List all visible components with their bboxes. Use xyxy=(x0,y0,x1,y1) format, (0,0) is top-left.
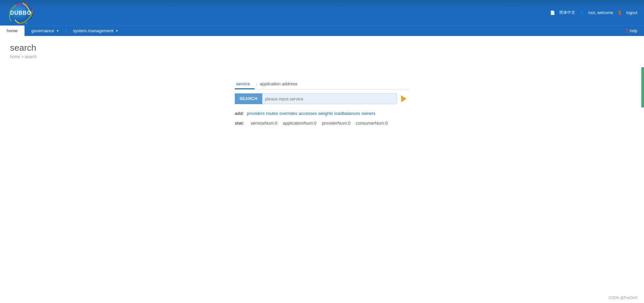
add-link-owners[interactable]: owners xyxy=(361,111,375,116)
stat-application-num: applicationNum:0 xyxy=(283,121,316,126)
add-link-weights[interactable]: weights xyxy=(318,111,333,116)
search-go-button[interactable] xyxy=(398,93,409,104)
add-link-overrides[interactable]: overrides xyxy=(279,111,297,116)
tab-application-address[interactable]: application address xyxy=(259,79,302,89)
search-container: service | application address SEARCH add… xyxy=(235,79,409,126)
breadcrumb: home > search xyxy=(10,54,634,59)
nav-governance-label: governance xyxy=(32,28,54,33)
add-section: add: providers routes overrides accesses… xyxy=(235,111,409,116)
navbar: home governance ▼ system.management ▼ ❓ … xyxy=(0,25,644,36)
breadcrumb-separator: > xyxy=(21,54,24,59)
header: DUBBO 📄 简体中文 👤 root, welcome 🚪 logout xyxy=(0,0,644,25)
logo: DUBBO xyxy=(7,3,37,23)
stat-consumer-num: consumerNum:0 xyxy=(356,121,388,126)
add-link-routes[interactable]: routes xyxy=(266,111,278,116)
stat-provider-num: providerNum:0 xyxy=(322,121,350,126)
right-scrollbar[interactable] xyxy=(641,67,644,107)
stat-label: stat: xyxy=(235,121,244,126)
search-go-arrow-icon xyxy=(401,95,407,102)
nav-help: ❓ help xyxy=(618,26,644,36)
nav-item-system-management[interactable]: system.management ▼ xyxy=(66,26,125,36)
lang-switch[interactable]: 简体中文 xyxy=(559,10,575,15)
stat-section: stat: serviceNum:0 applicationNum:0 prov… xyxy=(235,121,409,126)
tab-service[interactable]: service xyxy=(235,79,255,89)
logout-icon: 🚪 xyxy=(617,10,622,15)
search-button[interactable]: SEARCH xyxy=(235,93,262,104)
search-box: SEARCH xyxy=(235,93,409,104)
tab-separator: | xyxy=(256,82,257,87)
nav-item-governance[interactable]: governance ▼ xyxy=(25,26,66,36)
header-right: 📄 简体中文 👤 root, welcome 🚪 logout xyxy=(550,10,637,15)
nav-system-label: system.management xyxy=(73,28,113,33)
main-content: search home > search service | applicati… xyxy=(0,36,644,303)
add-link-providers[interactable]: providers xyxy=(247,111,264,116)
page-title: search xyxy=(10,43,634,53)
nav-governance-arrow: ▼ xyxy=(56,29,59,33)
add-link-loadbalances[interactable]: loadbalances xyxy=(334,111,360,116)
breadcrumb-current: search xyxy=(25,54,37,59)
logout-link[interactable]: logout xyxy=(626,10,637,15)
breadcrumb-home[interactable]: home xyxy=(10,54,20,59)
footer-watermark: CSDN @FxxOvO xyxy=(608,296,637,300)
add-link-accesses[interactable]: accesses xyxy=(299,111,317,116)
logo-svg: DUBBO xyxy=(7,3,35,24)
lang-icon: 📄 xyxy=(550,10,555,15)
add-label: add: xyxy=(235,111,244,116)
help-icon: ❓ xyxy=(625,29,630,33)
nav-item-home[interactable]: home xyxy=(0,26,24,36)
nav-system-arrow: ▼ xyxy=(115,29,118,33)
svg-text:DUBBO: DUBBO xyxy=(10,10,32,16)
user-label: root, welcome xyxy=(588,10,613,15)
user-icon: 👤 xyxy=(579,10,584,15)
help-link[interactable]: help xyxy=(630,29,637,33)
search-tabs: service | application address xyxy=(235,79,409,89)
stat-service-num: serviceNum:0 xyxy=(251,121,277,126)
search-input[interactable] xyxy=(262,93,397,104)
